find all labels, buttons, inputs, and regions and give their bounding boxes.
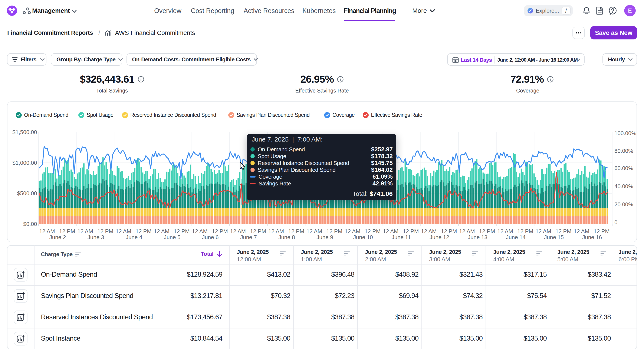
svg-text:June 2: June 2 <box>50 234 66 240</box>
svg-text:June 3: June 3 <box>88 234 104 240</box>
svg-text:12 AM: 12 AM <box>192 228 208 234</box>
svg-text:12 AM: 12 AM <box>459 228 475 234</box>
svg-text:$0.00: $0.00 <box>23 221 37 227</box>
svg-text:12 PM: 12 PM <box>403 228 419 234</box>
svg-text:40.00%: 40.00% <box>614 183 633 189</box>
svg-text:June 13: June 13 <box>468 234 488 240</box>
svg-text:12 PM: 12 PM <box>364 228 380 234</box>
svg-text:12 PM: 12 PM <box>288 228 304 234</box>
svg-text:12 AM: 12 AM <box>116 228 132 234</box>
svg-text:12 AM: 12 AM <box>77 228 93 234</box>
svg-text:12 PM: 12 PM <box>326 228 342 234</box>
svg-text:June 4: June 4 <box>126 234 142 240</box>
svg-text:12 AM: 12 AM <box>574 228 590 234</box>
svg-text:12 AM: 12 AM <box>39 228 55 234</box>
svg-text:12 PM: 12 PM <box>59 228 75 234</box>
svg-text:June 16: June 16 <box>582 234 602 240</box>
svg-text:12 PM: 12 PM <box>97 228 113 234</box>
svg-text:12 PM: 12 PM <box>250 228 266 234</box>
svg-text:June 7: June 7 <box>240 234 257 240</box>
svg-text:12 PM: 12 PM <box>212 228 228 234</box>
svg-text:12 AM: 12 AM <box>154 228 170 234</box>
svg-text:12 PM: 12 PM <box>174 228 190 234</box>
svg-text:12 PM: 12 PM <box>441 228 457 234</box>
svg-text:June 10: June 10 <box>353 234 373 240</box>
svg-text:June 11: June 11 <box>392 234 411 240</box>
svg-text:$1,500.00: $1,500.00 <box>12 129 37 135</box>
svg-text:$1,000.00: $1,000.00 <box>12 160 37 166</box>
svg-text:12 AM: 12 AM <box>497 228 513 234</box>
svg-text:20.00%: 20.00% <box>614 201 633 208</box>
svg-text:12 AM: 12 AM <box>536 228 551 234</box>
svg-text:12 AM: 12 AM <box>383 228 399 234</box>
svg-text:80.00%: 80.00% <box>614 148 633 154</box>
svg-text:June 8: June 8 <box>278 234 295 240</box>
svg-text:12 PM: 12 PM <box>556 228 572 234</box>
svg-text:June 6: June 6 <box>202 234 219 240</box>
svg-text:June 14: June 14 <box>506 234 526 240</box>
svg-text:0: 0 <box>614 219 618 225</box>
svg-text:June 12: June 12 <box>430 234 449 240</box>
svg-text:12 AM: 12 AM <box>306 228 322 234</box>
svg-text:June 15: June 15 <box>544 234 564 240</box>
svg-text:100.00%: 100.00% <box>614 130 636 136</box>
svg-text:12 PM: 12 PM <box>479 228 495 234</box>
svg-text:60.00%: 60.00% <box>614 165 633 171</box>
svg-text:12 PM: 12 PM <box>136 228 152 234</box>
svg-text:12 AM: 12 AM <box>421 228 437 234</box>
svg-text:12 AM: 12 AM <box>344 228 360 234</box>
svg-text:$500.00: $500.00 <box>17 190 37 196</box>
svg-text:12 PM: 12 PM <box>594 228 610 234</box>
svg-text:June 5: June 5 <box>164 234 180 240</box>
svg-text:12 PM: 12 PM <box>517 228 533 234</box>
svg-text:June 9: June 9 <box>316 234 333 240</box>
svg-text:12 AM: 12 AM <box>268 228 284 234</box>
svg-text:12 AM: 12 AM <box>230 228 246 234</box>
